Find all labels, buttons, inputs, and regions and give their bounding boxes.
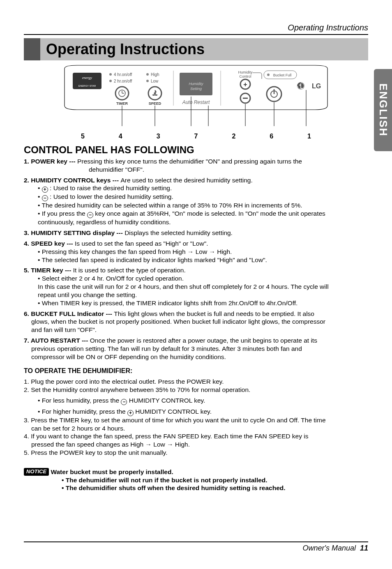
item-2-b4c: continuously, regardless of humidity con… xyxy=(24,218,368,226)
title-accent xyxy=(24,38,40,60)
page-footer: Owner's Manual 11 xyxy=(24,541,368,553)
operate-heading: TO OPERATE THE DEHUMIDIFIER: xyxy=(24,367,368,375)
item-4: 4. SPEED key --- Is used to set the fan … xyxy=(24,240,368,264)
item-1: 1. POWER key --- Pressing this key once … xyxy=(24,157,368,174)
running-header: Operating Instructions xyxy=(24,23,368,32)
callout-1: 1 xyxy=(307,133,311,140)
rule-bottom xyxy=(24,541,368,542)
item-5-b2: • When TIMER key is pressed, the TIMER i… xyxy=(24,299,368,307)
minus-icon: − xyxy=(121,399,127,405)
svg-point-13 xyxy=(146,80,149,82)
operate-2b: • For higher humidity, press the + HUMID… xyxy=(24,408,368,416)
item-4-b2: • The selected fan speed is indicated by… xyxy=(24,256,368,264)
svg-text:Setting: Setting xyxy=(190,87,202,91)
item-4-text: Is used to set the fan speed as "High" o… xyxy=(75,240,208,247)
svg-point-4 xyxy=(109,80,112,82)
operate-2: 2. Set the Humidity control anywhere bet… xyxy=(24,386,368,394)
item-7-c1: previous operation setting. The fan will… xyxy=(24,345,368,353)
item-2-b4: • If you press the − key once again at 3… xyxy=(24,210,368,218)
callout-7: 7 xyxy=(194,133,198,140)
page: Operating Instructions Operating Instruc… xyxy=(0,0,392,569)
callout-4: 4 xyxy=(119,133,122,140)
svg-text:Control: Control xyxy=(239,74,251,78)
operate-3: 3. Press the TIMER key, to set the amoun… xyxy=(24,416,368,424)
item-6-lead: 6. BUCKET FULL Indicator --- xyxy=(24,310,114,317)
svg-text:2 hr.on/off: 2 hr.on/off xyxy=(114,79,132,83)
item-5: 5. TIMER key --- It is used to select th… xyxy=(24,266,368,307)
item-3-text: Displays the selected humidity setting. xyxy=(125,229,233,236)
notice-badge: NOTICE xyxy=(24,468,49,476)
svg-text:High: High xyxy=(151,72,159,77)
svg-text:Humidity: Humidity xyxy=(189,82,203,86)
item-1-cont: dehumidifier "OFF". xyxy=(24,166,368,174)
item-2: 2. HUMIDITY CONTROL keys --- Are used to… xyxy=(24,176,368,226)
item-7: 7. AUTO RESTART --- Once the power is re… xyxy=(24,336,368,361)
operate-2a: • For less humidity, press the − HUMIDIT… xyxy=(24,396,368,405)
item-4-b1: • Pressing this key changes the fan spee… xyxy=(24,248,368,256)
svg-text:4 hr.on/off: 4 hr.on/off xyxy=(114,72,132,77)
plus-icon: + xyxy=(42,187,48,193)
page-number: 11 xyxy=(360,544,368,552)
title-band: Operating Instructions xyxy=(24,38,368,60)
item-1-text: Pressing this key once turns the dehumid… xyxy=(77,158,302,165)
item-7-c2: compressor will be ON or OFF depending o… xyxy=(24,353,368,361)
energy-star-label: ENERGY STAR xyxy=(78,85,96,87)
plus-icon: + xyxy=(127,410,134,416)
svg-text:energy: energy xyxy=(82,76,92,80)
item-6-c2: and fan will turn "OFF". xyxy=(24,326,368,334)
svg-text:Bucket Full: Bucket Full xyxy=(273,73,292,77)
item-2-b1: • + : Used to raise the desired humidity… xyxy=(24,184,368,193)
section-heading: CONTROL PANEL HAS FOLLOWING xyxy=(24,144,368,156)
item-7-text: Once the power is restored after a power… xyxy=(90,337,317,344)
rule-top xyxy=(24,34,368,35)
svg-point-2 xyxy=(109,73,112,76)
svg-text:SPEED: SPEED xyxy=(149,101,161,106)
item-5-b1c1: In this case the unit will run for 2 or … xyxy=(24,283,368,291)
item-5-b1: • Select either 2 or 4 hr. On/Off for cy… xyxy=(24,274,368,283)
body-text: 1. POWER key --- Pressing this key once … xyxy=(24,157,368,492)
item-7-lead: 7. AUTO RESTART --- xyxy=(24,337,90,344)
callout-6: 6 xyxy=(270,133,273,140)
language-tab: ENGLISH xyxy=(374,69,392,151)
callout-3: 3 xyxy=(157,133,160,140)
item-2-b2: • − : Used to lower the desired humidity… xyxy=(24,193,368,201)
svg-point-11 xyxy=(146,73,149,76)
svg-text:Humidity: Humidity xyxy=(238,70,253,74)
item-3: 3. HUMIDITY SETTING display --- Displays… xyxy=(24,229,368,237)
svg-text:Low: Low xyxy=(151,79,159,83)
item-6-c1: glows, when the bucket is not properly p… xyxy=(24,318,368,326)
control-panel-figure: energy ENERGY STAR 4 hr.on/off 2 hr.on/o… xyxy=(60,65,332,140)
notice-block: NOTICE Water bucket must be properly ins… xyxy=(24,468,368,492)
footer-label: Owner's Manual xyxy=(302,544,356,552)
operate-4c: pressed the fan speed changes as High → … xyxy=(24,440,368,449)
minus-icon: − xyxy=(42,195,48,201)
svg-text:LG: LG xyxy=(312,83,321,90)
operate-4: 4. If you want to change the fan speed, … xyxy=(24,432,368,440)
item-2-b3: • The desired humidity can be selected w… xyxy=(24,201,368,210)
item-2-lead: 2. HUMIDITY CONTROL keys --- xyxy=(24,177,120,184)
item-5-text: It is used to select the type of operati… xyxy=(73,267,186,274)
callout-5: 5 xyxy=(81,133,85,140)
svg-text:+: + xyxy=(243,81,247,88)
item-2-text: Are used to select the desired humidity … xyxy=(120,177,252,184)
minus-icon: − xyxy=(87,212,93,218)
notice-line-3: • The dehumidifier shuts off when the de… xyxy=(24,484,368,492)
operate-3c: can be set for 2 hours or 4 hours. xyxy=(24,424,368,433)
item-6-text: This light glows when the bucket is full… xyxy=(114,310,314,317)
item-4-lead: 4. SPEED key --- xyxy=(24,240,75,247)
panel-callout-numbers: 5 4 3 7 2 6 1 xyxy=(81,133,311,140)
operate-1: 1. Plug the power cord into the electric… xyxy=(24,378,368,386)
svg-text:TIMER: TIMER xyxy=(116,101,128,106)
item-5-b1c2: repeat until you change the setting. xyxy=(24,291,368,299)
callout-2: 2 xyxy=(232,133,235,140)
notice-line-2: • The dehumidifier will not run if the b… xyxy=(24,476,368,484)
item-3-lead: 3. HUMIDITY SETTING display --- xyxy=(24,229,125,236)
svg-point-31 xyxy=(267,74,270,76)
page-title: Operating Instructions xyxy=(40,38,368,60)
item-1-lead: 1. POWER key --- xyxy=(24,158,77,165)
item-6: 6. BUCKET FULL Indicator --- This light … xyxy=(24,310,368,334)
svg-text:Auto Restart: Auto Restart xyxy=(182,99,210,105)
item-5-lead: 5. TIMER key --- xyxy=(24,267,73,274)
operate-5: 5. Press the POWER key to stop the unit … xyxy=(24,449,368,457)
svg-point-37 xyxy=(300,85,301,86)
